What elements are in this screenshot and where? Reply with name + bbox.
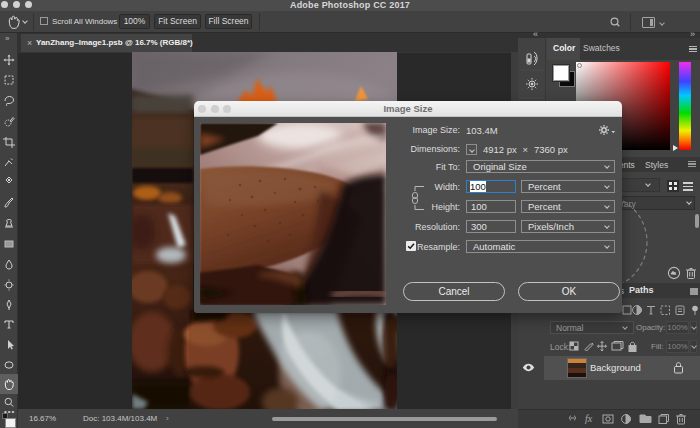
svg-text:fx: fx [585, 413, 593, 424]
